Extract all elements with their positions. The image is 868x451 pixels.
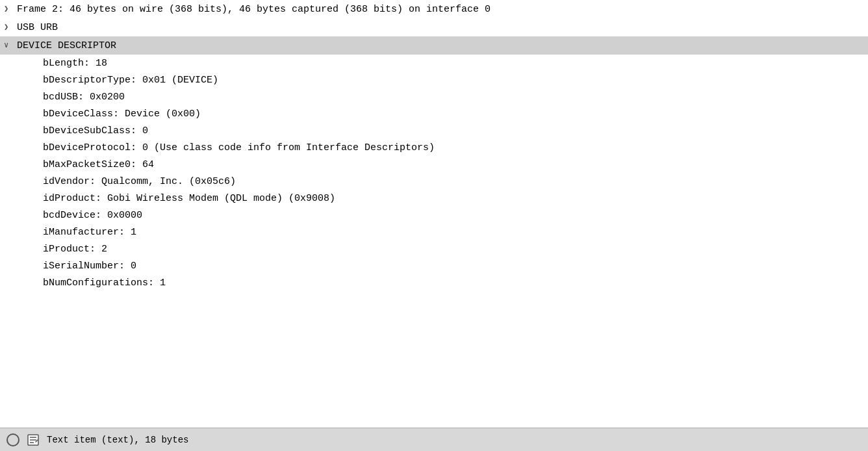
frame2-toggle-icon[interactable]: ❯ <box>4 4 14 14</box>
bcdDevice-label: bcdDevice: 0x0000 <box>4 210 142 221</box>
bMaxPacketSize0-label: bMaxPacketSize0: 64 <box>4 159 154 170</box>
bLength-label: bLength: 18 <box>4 58 107 69</box>
idProduct-row: idProduct: Gobi Wireless Modem (QDL mode… <box>0 190 868 207</box>
bcdUSB-row: bcdUSB: 0x0200 <box>0 88 868 105</box>
status-text: Text item (text), 18 bytes <box>47 435 188 445</box>
bcdDevice-row: bcdDevice: 0x0000 <box>0 207 868 224</box>
usb-urb-label: USB URB <box>17 22 58 33</box>
iProduct-label: iProduct: 2 <box>4 244 107 255</box>
usb-urb-row[interactable]: ❯ USB URB <box>0 18 868 36</box>
device-descriptor-row[interactable]: ∨ DEVICE DESCRIPTOR <box>0 36 868 55</box>
idProduct-label: idProduct: Gobi Wireless Modem (QDL mode… <box>4 193 335 204</box>
device-descriptor-label: DEVICE DESCRIPTOR <box>17 40 116 51</box>
bDescriptorType-label: bDescriptorType: 0x01 (DEVICE) <box>4 75 218 86</box>
packet-tree: ❯ Frame 2: 46 bytes on wire (368 bits), … <box>0 0 868 428</box>
bDeviceProtocol-row: bDeviceProtocol: 0 (Use class code info … <box>0 139 868 156</box>
iSerialNumber-row: iSerialNumber: 0 <box>0 257 868 274</box>
iSerialNumber-label: iSerialNumber: 0 <box>4 261 136 272</box>
bDeviceSubClass-row: bDeviceSubClass: 0 <box>0 122 868 139</box>
idVendor-row: idVendor: Qualcomm, Inc. (0x05c6) <box>0 173 868 190</box>
usb-urb-toggle-icon[interactable]: ❯ <box>4 22 14 32</box>
iManufacturer-label: iManufacturer: 1 <box>4 227 136 238</box>
frame2-row[interactable]: ❯ Frame 2: 46 bytes on wire (368 bits), … <box>0 0 868 18</box>
idVendor-label: idVendor: Qualcomm, Inc. (0x05c6) <box>4 176 236 187</box>
status-bar: Text item (text), 18 bytes <box>0 428 868 451</box>
bDescriptorType-row: bDescriptorType: 0x01 (DEVICE) <box>0 71 868 88</box>
device-descriptor-toggle-icon[interactable]: ∨ <box>4 40 14 51</box>
bDeviceSubClass-label: bDeviceSubClass: 0 <box>4 125 148 136</box>
bDeviceClass-label: bDeviceClass: Device (0x00) <box>4 109 201 120</box>
bcdUSB-label: bcdUSB: 0x0200 <box>4 92 125 103</box>
status-circle-icon <box>6 433 19 446</box>
frame2-label: Frame 2: 46 bytes on wire (368 bits), 46… <box>17 4 491 15</box>
iManufacturer-row: iManufacturer: 1 <box>0 224 868 240</box>
iProduct-row: iProduct: 2 <box>0 240 868 257</box>
bNumConfigurations-row: bNumConfigurations: 1 <box>0 274 868 291</box>
bMaxPacketSize0-row: bMaxPacketSize0: 64 <box>0 156 868 173</box>
bDeviceProtocol-label: bDeviceProtocol: 0 (Use class code info … <box>4 142 435 153</box>
bLength-row: bLength: 18 <box>0 55 868 71</box>
bDeviceClass-row: bDeviceClass: Device (0x00) <box>0 105 868 122</box>
bNumConfigurations-label: bNumConfigurations: 1 <box>4 277 166 289</box>
edit-icon <box>26 433 40 447</box>
